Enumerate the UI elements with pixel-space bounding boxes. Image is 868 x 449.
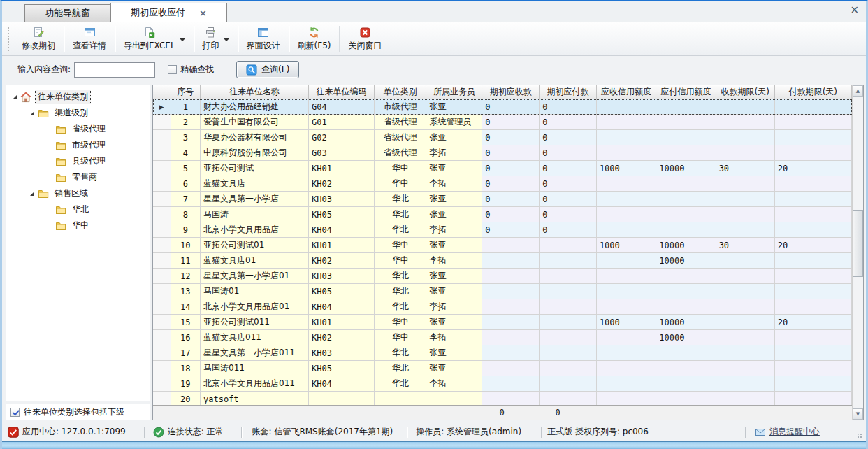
- grid-cell[interactable]: 市级代理: [374, 99, 426, 115]
- column-header[interactable]: 应付信用额度: [656, 85, 716, 99]
- grid-cell[interactable]: 张亚: [426, 269, 482, 284]
- grid-cell[interactable]: [716, 130, 774, 145]
- grid-cell[interactable]: 0: [540, 176, 597, 192]
- grid-cell[interactable]: [374, 392, 426, 406]
- grid-cell[interactable]: KH05: [309, 284, 375, 299]
- grid-cell[interactable]: 11: [171, 253, 200, 269]
- column-header[interactable]: 期初应付款: [540, 85, 597, 99]
- grid-cell[interactable]: [656, 176, 716, 192]
- statusbar-text[interactable]: 消息提醒中心: [769, 426, 820, 438]
- grid-cell[interactable]: KH03: [309, 269, 375, 284]
- grid-cell[interactable]: [774, 392, 851, 406]
- grid-cell[interactable]: 华北: [374, 299, 426, 315]
- row-indicator-cell[interactable]: [153, 145, 171, 161]
- grid-cell[interactable]: [656, 99, 716, 115]
- dropdown-arrow-icon[interactable]: [180, 38, 185, 44]
- grid-cell[interactable]: [540, 345, 597, 361]
- grid-cell[interactable]: 马国涛: [201, 207, 309, 222]
- table-row[interactable]: 17星星文具第一小学店011KH03华北张亚: [153, 345, 852, 361]
- grid-cell[interactable]: yatsoft: [201, 392, 309, 406]
- grid-cell[interactable]: 华中: [374, 238, 426, 253]
- row-indicator-cell[interactable]: [153, 315, 171, 330]
- tree-item-7[interactable]: 销售区域: [6, 185, 150, 201]
- grid-cell[interactable]: [716, 392, 774, 406]
- table-row[interactable]: 11蓝猫文具店01KH02华中李拓10000: [153, 253, 852, 269]
- grid-cell[interactable]: [716, 192, 774, 207]
- grid-cell[interactable]: 张亚: [426, 192, 482, 207]
- grid-cell[interactable]: 0: [540, 207, 597, 222]
- tree-item-6[interactable]: 零售商: [6, 169, 150, 185]
- grid-cell[interactable]: 0: [482, 207, 540, 222]
- grid-cell[interactable]: [596, 330, 656, 345]
- grid-cell[interactable]: [716, 222, 774, 238]
- grid-cell[interactable]: 张亚: [426, 284, 482, 299]
- grid-cell[interactable]: 北京小学文具用品店01: [201, 299, 309, 315]
- grid-cell[interactable]: 10000: [656, 238, 716, 253]
- grid-cell[interactable]: [540, 392, 597, 406]
- grid-cell[interactable]: [596, 299, 656, 315]
- grid-cell[interactable]: 10: [171, 238, 200, 253]
- grid-cell[interactable]: [596, 130, 656, 145]
- grid-cell[interactable]: KH02: [309, 330, 375, 345]
- tree-item-1[interactable]: 往来单位类别: [6, 89, 150, 105]
- grid-cell[interactable]: 北京小学文具用品店: [201, 222, 309, 238]
- grid-cell[interactable]: 张亚: [426, 99, 482, 115]
- row-indicator-cell[interactable]: [153, 115, 171, 130]
- grid-cell[interactable]: [716, 299, 774, 315]
- grid-cell[interactable]: [774, 207, 851, 222]
- grid-cell[interactable]: 张亚: [426, 345, 482, 361]
- table-row[interactable]: 13马国涛01KH05华北张亚: [153, 284, 852, 299]
- column-header[interactable]: 收款期限(天): [716, 85, 774, 99]
- grid-cell[interactable]: [482, 238, 540, 253]
- grid-cell[interactable]: [716, 115, 774, 130]
- grid-cell[interactable]: [774, 361, 851, 376]
- grid-cell[interactable]: KH04: [309, 376, 375, 392]
- grid-cell[interactable]: 14: [171, 299, 200, 315]
- grid-cell[interactable]: [774, 145, 851, 161]
- grid-cell[interactable]: [540, 299, 597, 315]
- grid-cell[interactable]: [774, 376, 851, 392]
- column-header[interactable]: 付款期限(天): [774, 85, 851, 99]
- grid-cell[interactable]: [774, 222, 851, 238]
- toolbar-button-5[interactable]: 界面设计: [240, 25, 287, 53]
- tree-expander-icon[interactable]: [28, 111, 36, 115]
- grid-cell[interactable]: [656, 145, 716, 161]
- row-indicator-cell[interactable]: [153, 130, 171, 145]
- grid-cell[interactable]: 0: [540, 145, 597, 161]
- table-row[interactable]: 12星星文具第一小学店01KH03华北张亚: [153, 269, 852, 284]
- grid-cell[interactable]: KH01: [309, 238, 375, 253]
- grid-cell[interactable]: 16: [171, 330, 200, 345]
- grid-cell[interactable]: 20: [774, 161, 851, 176]
- grid-cell[interactable]: [716, 330, 774, 345]
- grid-cell[interactable]: 省级代理: [374, 115, 426, 130]
- grid-cell[interactable]: [774, 130, 851, 145]
- grid-cell[interactable]: [656, 130, 716, 145]
- grid-cell[interactable]: KH02: [309, 253, 375, 269]
- scrollbar-thumb[interactable]: [853, 210, 863, 277]
- grid-cell[interactable]: [716, 207, 774, 222]
- grid-cell[interactable]: 1000: [596, 161, 656, 176]
- grid-cell[interactable]: [482, 269, 540, 284]
- grid-cell[interactable]: 华中: [374, 330, 426, 345]
- grid-cell[interactable]: 张亚: [426, 315, 482, 330]
- grid-cell[interactable]: [596, 192, 656, 207]
- search-input[interactable]: [74, 62, 155, 78]
- grid-cell[interactable]: 华北: [374, 269, 426, 284]
- grid-cell[interactable]: [540, 269, 597, 284]
- grid-cell[interactable]: [482, 361, 540, 376]
- vertical-scrollbar[interactable]: ▲ ▼: [852, 85, 863, 420]
- column-header[interactable]: 应收信用额度: [596, 85, 656, 99]
- column-header[interactable]: 往来单位名称: [201, 85, 309, 99]
- grid-cell[interactable]: [716, 361, 774, 376]
- grid-cell[interactable]: [656, 115, 716, 130]
- grid-cell[interactable]: [540, 315, 597, 330]
- table-row[interactable]: 16蓝猫文具店011KH02华中李拓10000: [153, 330, 852, 345]
- grid-cell[interactable]: 中原科贸股份有限公司: [201, 145, 309, 161]
- grid-cell[interactable]: 0: [482, 176, 540, 192]
- table-row[interactable]: 8马国涛KH05华北张亚00: [153, 207, 852, 222]
- tab-function-nav[interactable]: 功能导航窗: [24, 4, 110, 22]
- grid-cell[interactable]: [596, 392, 656, 406]
- grid-cell[interactable]: 马国涛01: [201, 284, 309, 299]
- grid-cell[interactable]: 9: [171, 222, 200, 238]
- dropdown-arrow-icon[interactable]: [224, 38, 229, 44]
